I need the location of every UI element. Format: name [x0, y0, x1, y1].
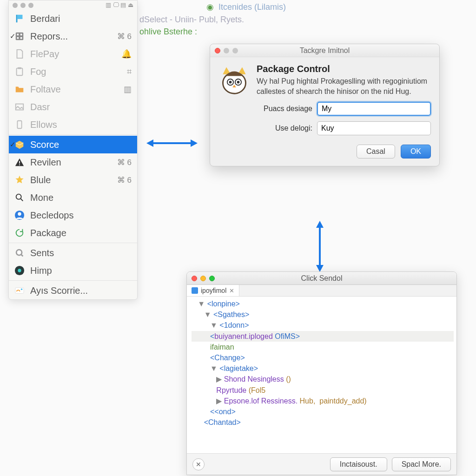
svg-rect-4 [17, 37, 19, 39]
menu-label: Sents [30, 248, 132, 258]
window-title-text: Click Sendol [301, 274, 343, 283]
search-icon [14, 192, 25, 203]
menu-item-fog[interactable]: Fog ⌗ [9, 63, 137, 80]
footer-round-button[interactable]: ✕ [192, 458, 205, 470]
tree-row[interactable]: ▼ <Sgathes> [192, 309, 454, 320]
traffic-min-icon[interactable] [224, 48, 229, 53]
menu-item-berdari[interactable]: Berdari [9, 10, 137, 27]
bell-icon: 🔔 [121, 49, 132, 59]
menu-label: Ayıs Scorrie... [30, 285, 132, 296]
svg-marker-22 [146, 139, 153, 147]
tree-row[interactable]: <Chantad> [192, 417, 454, 428]
spacl-more-button[interactable]: Spacl More. [392, 457, 451, 471]
svg-rect-6 [17, 68, 23, 76]
inctaisoust-button[interactable]: Inctaisoust. [330, 457, 387, 471]
menu-item-ayis-scorrie[interactable]: Ayıs Scorrie... [9, 282, 137, 299]
menu-item-himp[interactable]: Himp [9, 262, 137, 279]
sidebar-titlebar: ▥ 🖵 ▤ ⏏ [9, 0, 137, 10]
editor-line-2: dSelect - Uniin- Publ, Ryets. [139, 15, 244, 25]
user-icon [14, 210, 25, 220]
menu-item-blule[interactable]: Blule ⌘ 6 [9, 171, 137, 189]
svg-rect-3 [20, 34, 22, 36]
tree-row[interactable]: ▶ Shond Nesingless () [192, 374, 454, 384]
menu-item-revilen[interactable]: Revilen ⌘ 6 [9, 153, 137, 171]
menu-item-foltave[interactable]: Foltave ▥ [9, 80, 137, 98]
menu-label: Ellows [30, 119, 132, 130]
svg-rect-2 [17, 34, 19, 36]
cancel-button[interactable]: Casal [357, 145, 395, 159]
menu-item-package[interactable]: Package [9, 224, 137, 242]
barcode-icon: ▥ [124, 84, 132, 94]
menu-label: Becledops [30, 210, 132, 221]
svg-marker-23 [191, 139, 198, 147]
puacs-desiage-input[interactable] [317, 102, 431, 116]
menu-item-dasr[interactable]: Dasr [9, 98, 137, 116]
menu-label: Berdari [30, 13, 132, 24]
menu-item-repors[interactable]: ✓ Repors... ⌘ 6 [9, 27, 137, 45]
window-titlebar[interactable]: Click Sendol [187, 272, 456, 285]
tab-bar: ipoyfimol ✕ [187, 285, 456, 297]
menu-label: Package [30, 228, 132, 238]
warning-icon [14, 157, 25, 167]
tree-row[interactable]: ▼ <1donn> [192, 320, 454, 331]
ok-button[interactable]: OK [401, 145, 431, 159]
traffic-min-icon[interactable] [20, 3, 26, 8]
svg-rect-10 [19, 161, 20, 164]
tab-ipoyfimol[interactable]: ipoyfimol ✕ [187, 285, 239, 296]
svg-point-14 [18, 212, 21, 216]
tree-row[interactable]: <<ond> [192, 406, 454, 417]
sidebar-menu: ▥ 🖵 ▤ ⏏ Berdari ✓ Repors... ⌘ 6 FlePay 🔔… [8, 0, 138, 300]
menu-label: FlePay [30, 49, 116, 60]
menu-divider [9, 280, 137, 281]
checkmark-icon: ✓ [8, 32, 17, 40]
tree-row[interactable]: <buiyanent.iploged OfiMS> [192, 331, 454, 342]
menu-item-scorce[interactable]: ✓ Scorce [9, 136, 137, 153]
folder-icon [14, 84, 25, 94]
editor-line-3: ohlive Bsterhe : [139, 27, 197, 37]
menu-label: Revilen [30, 157, 112, 168]
tree-row[interactable]: ifaiman [192, 342, 454, 352]
checkmark-icon: ✓ [8, 140, 17, 149]
tree-row[interactable]: <Change> [192, 352, 454, 363]
tab-close-icon[interactable]: ✕ [229, 287, 234, 294]
dialog-titlebar[interactable]: Tackgre Imitnol [210, 44, 439, 57]
menu-item-ellows[interactable]: Ellows [9, 116, 137, 133]
file-type-icon [192, 287, 198, 294]
menu-label: Dasr [30, 102, 132, 112]
code-tree[interactable]: ▼ <lonpine> ▼ <Sgathes> ▼ <1donn> <buiya… [187, 297, 456, 437]
use-delogi-input[interactable] [317, 121, 431, 135]
package-control-dialog: Tackgre Imitnol Package Control Wy hal P… [210, 44, 440, 166]
svg-rect-11 [19, 165, 20, 165]
traffic-max-icon[interactable] [28, 3, 33, 8]
tree-row[interactable]: ▼ <lagietake> [192, 363, 454, 374]
menu-label: Repors... [30, 31, 112, 42]
svg-point-20 [21, 288, 23, 290]
svg-rect-0 [16, 15, 18, 23]
menu-item-sents[interactable]: Sents [9, 244, 137, 262]
device-icon [14, 119, 25, 130]
menu-item-mone[interactable]: Mone [9, 189, 137, 206]
svg-point-16 [17, 251, 21, 255]
menu-item-becledops[interactable]: Becledops [9, 206, 137, 224]
owl-mascot-icon [218, 64, 250, 95]
menu-label: Himp [30, 265, 132, 276]
traffic-close-icon[interactable] [215, 48, 220, 53]
traffic-max-icon[interactable] [232, 48, 238, 53]
tab-label: ipoyfimol [201, 287, 226, 294]
tree-row[interactable]: ▼ <lonpine> [192, 298, 454, 309]
traffic-close-icon[interactable] [192, 276, 197, 281]
traffic-min-icon[interactable] [200, 276, 206, 281]
menu-label: Mone [30, 192, 132, 203]
tree-row[interactable]: ▶ Epsone.lof Ressiness. Hub, paintddy_ad… [192, 396, 454, 406]
traffic-close-icon[interactable] [13, 3, 18, 8]
star-icon [14, 175, 25, 185]
svg-point-18 [18, 269, 21, 272]
menu-divider [9, 243, 137, 243]
traffic-max-icon[interactable] [209, 276, 215, 281]
svg-point-12 [16, 194, 21, 199]
menu-item-flepay[interactable]: FlePay 🔔 [9, 45, 137, 63]
image-icon [14, 102, 25, 112]
tree-row[interactable]: Rpyrtude (Fol5 [192, 385, 454, 396]
svg-rect-5 [20, 37, 22, 39]
svg-point-29 [229, 81, 232, 84]
